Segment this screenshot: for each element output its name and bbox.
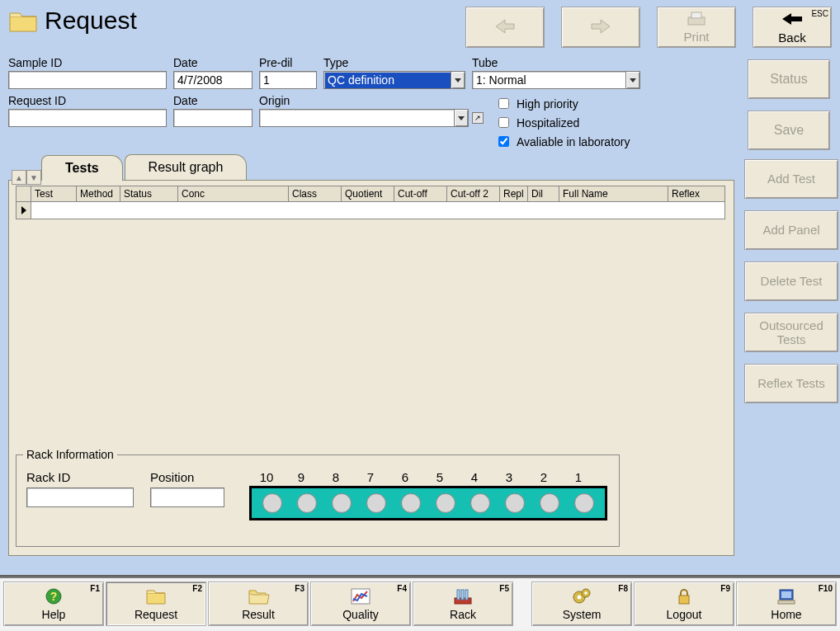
col-reflex[interactable]: Reflex (668, 186, 708, 201)
sample-id-label: Sample ID (8, 56, 167, 69)
bb-system[interactable]: F8 System (531, 582, 632, 626)
row-marker-header (17, 186, 31, 201)
print-button[interactable]: Print (657, 7, 736, 48)
back-button[interactable]: ESC Back (753, 7, 832, 48)
bb-logout[interactable]: F9 Logout (634, 582, 734, 626)
bb-result[interactable]: F3 Result (208, 582, 309, 626)
available-lab-label: Avaliable in laboratory (517, 135, 630, 148)
svg-rect-8 (465, 590, 468, 600)
chevron-down-icon[interactable] (451, 71, 465, 89)
add-panel-button[interactable]: Add Panel (744, 210, 838, 250)
bottom-toolbar: F1 ? Help F2 Request F3 Result F4 Qualit… (0, 577, 840, 629)
predil-input[interactable] (259, 71, 317, 89)
date2-label: Date (173, 94, 252, 107)
rack-numbers: 10987654321 (249, 470, 607, 484)
col-repl[interactable]: Repl (500, 186, 528, 201)
svg-text:?: ? (50, 590, 58, 603)
col-cutoff[interactable]: Cut-off (394, 186, 447, 201)
tab-scroll-up[interactable]: ▲ (12, 170, 26, 185)
tests-table[interactable]: Test Method Status Conc Class Quotient C… (16, 186, 725, 219)
lock-icon (672, 586, 696, 606)
status-button[interactable]: Status (748, 59, 830, 99)
rack-slot[interactable] (463, 493, 498, 513)
col-cutoff2[interactable]: Cut-off 2 (447, 186, 500, 201)
col-fullname[interactable]: Full Name (559, 186, 668, 201)
next-button[interactable] (561, 7, 640, 48)
col-conc[interactable]: Conc (178, 186, 289, 201)
page-title: Request (45, 7, 137, 35)
svg-rect-16 (778, 600, 795, 604)
tube-select[interactable]: 1: Normal (472, 71, 640, 89)
hospitalized-check[interactable]: Hospitalized (495, 115, 630, 130)
row-marker (17, 202, 31, 219)
rack-slot[interactable] (290, 493, 324, 513)
rack-slot[interactable] (567, 493, 602, 513)
back-label: Back (778, 31, 805, 45)
rack-id-label: Rack ID (26, 470, 134, 484)
bb-help[interactable]: F1 ? Help (3, 582, 104, 626)
svg-point-12 (584, 591, 588, 595)
folder-icon (8, 8, 38, 33)
add-test-button[interactable]: Add Test (744, 159, 838, 199)
bb-home[interactable]: F10 Home (736, 582, 837, 626)
rack-slot[interactable] (324, 493, 359, 513)
col-class[interactable]: Class (289, 186, 342, 201)
print-label: Print (684, 30, 710, 44)
rack-icon (451, 586, 474, 606)
back-hotkey: ESC (811, 9, 828, 18)
hospitalized-label: Hospitalized (517, 116, 579, 129)
sample-id-input[interactable] (8, 71, 167, 89)
bb-request[interactable]: F2 Request (106, 582, 206, 626)
reflex-tests-button[interactable]: Reflex Tests (744, 364, 838, 403)
table-row[interactable] (17, 202, 724, 219)
rack-slot[interactable] (359, 493, 394, 513)
svg-rect-7 (461, 590, 464, 600)
rack-information-group: Rack Information Rack ID Position 1 (16, 454, 620, 547)
high-priority-label: High priority (517, 97, 578, 111)
delete-test-button[interactable]: Delete Test (744, 261, 838, 301)
rack-slot[interactable] (498, 493, 532, 513)
gear-icon (570, 586, 593, 606)
col-status[interactable]: Status (120, 186, 178, 201)
rack-slot[interactable] (532, 493, 567, 513)
rack-slot[interactable] (394, 493, 428, 513)
date1-input[interactable] (173, 71, 252, 89)
high-priority-check[interactable]: High priority (495, 96, 630, 111)
chart-icon (349, 586, 372, 606)
col-method[interactable]: Method (77, 186, 120, 201)
request-id-input[interactable] (8, 109, 167, 127)
available-lab-checkbox[interactable] (498, 136, 509, 147)
chevron-down-icon[interactable] (454, 109, 469, 127)
chevron-down-icon[interactable] (625, 71, 640, 89)
col-quotient[interactable]: Quotient (342, 186, 394, 201)
bb-rack[interactable]: F5 Rack (413, 582, 513, 626)
col-test[interactable]: Test (31, 186, 77, 201)
type-select[interactable]: QC definition (323, 71, 465, 89)
folder-icon (144, 586, 168, 606)
bb-quality[interactable]: F4 Quality (310, 582, 411, 626)
col-dil[interactable]: Dil (528, 186, 559, 201)
outsourced-tests-button[interactable]: Outsourced Tests (744, 313, 838, 352)
rack-legend: Rack Information (23, 448, 117, 461)
prev-button[interactable] (465, 7, 545, 48)
available-lab-check[interactable]: Avaliable in laboratory (495, 134, 630, 149)
svg-rect-1 (691, 12, 701, 18)
tab-result-graph[interactable]: Result graph (125, 154, 248, 180)
high-priority-checkbox[interactable] (498, 98, 509, 109)
help-icon: ? (42, 586, 65, 606)
origin-select[interactable] (259, 109, 469, 127)
rack-slot[interactable] (255, 493, 290, 513)
position-input[interactable] (150, 487, 224, 507)
request-id-label: Request ID (8, 94, 167, 107)
rack-id-input[interactable] (26, 487, 134, 507)
save-button[interactable]: Save (748, 111, 830, 150)
position-label: Position (150, 470, 224, 484)
svg-rect-13 (679, 596, 689, 604)
tab-scroll-down[interactable]: ▼ (26, 170, 41, 185)
origin-popout-button[interactable]: ↗ (472, 112, 484, 124)
tab-tests[interactable]: Tests (41, 155, 123, 181)
svg-point-10 (578, 596, 582, 600)
date2-input[interactable] (173, 109, 252, 127)
rack-slot[interactable] (428, 493, 463, 513)
hospitalized-checkbox[interactable] (498, 117, 509, 128)
